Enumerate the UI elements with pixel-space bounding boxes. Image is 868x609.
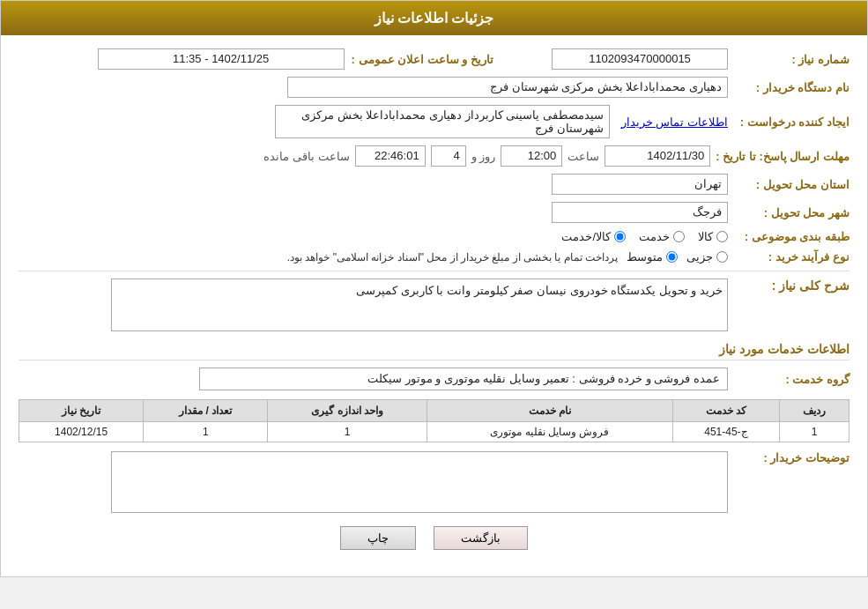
announcement-label: تاریخ و ساعت اعلان عمومی : — [352, 53, 493, 66]
services-section-title: اطلاعات خدمات مورد نیاز — [19, 342, 849, 360]
table-header-row: ردیف کد خدمت نام خدمت واحد اندازه گیری ت… — [19, 400, 849, 422]
deadline-label: مهلت ارسال پاسخ: تا تاریخ : — [716, 150, 849, 163]
org-name-label: نام دستگاه خریدار : — [735, 81, 849, 94]
buttons-row: بازگشت چاپ — [19, 513, 849, 563]
content-area: شماره نیاز : 1102093470000015 تاریخ و سا… — [1, 35, 867, 576]
description-row: شرح کلی نیاز : خرید و تحویل یکدستگاه خود… — [19, 279, 849, 331]
col-code: کد خدمت — [672, 400, 780, 422]
main-container: جزئیات اطلاعات نیاز شماره نیاز : 1102093… — [0, 0, 868, 577]
cell-unit: 1 — [268, 422, 427, 442]
description-value: خرید و تحویل یکدستگاه خودروی نیسان صفر ک… — [111, 279, 728, 331]
service-group-value: عمده فروشی و خرده فروشی : تعمیر وسایل نق… — [199, 368, 728, 390]
category-label: طبقه بندی موضوعی : — [735, 230, 849, 243]
contact-info-link[interactable]: اطلاعات تماس خریدار — [621, 115, 728, 129]
creator-label: ایجاد کننده درخواست : — [735, 115, 849, 129]
deadline-date: 1402/11/30 — [605, 145, 710, 167]
print-button[interactable]: چاپ — [340, 526, 416, 550]
deadline-days-label: روز و — [471, 150, 496, 163]
province-value: تهران — [552, 174, 728, 195]
creator-row: ایجاد کننده درخواست : اطلاعات تماس خریدا… — [19, 105, 849, 138]
purchase-note: پرداخت تمام یا بخشی از مبلغ خریدار از مح… — [287, 251, 618, 264]
cell-date: 1402/12/15 — [19, 422, 144, 442]
need-number-row: شماره نیاز : 1102093470000015 تاریخ و سا… — [19, 48, 849, 70]
description-label: شرح کلی نیاز : — [735, 279, 849, 293]
deadline-remaining: 22:46:01 — [355, 145, 426, 167]
creator-value: سیدمصطفی یاسینی کاربرداز دهیاری محمداباد… — [275, 105, 610, 138]
category-service-radio[interactable] — [673, 231, 685, 242]
purchase-type-label: نوع فرآیند خرید : — [735, 250, 849, 264]
separator-1 — [19, 271, 849, 271]
deadline-row: مهلت ارسال پاسخ: تا تاریخ : 1402/11/30 س… — [19, 145, 849, 167]
buyer-notes-label: توضیحات خریدار : — [735, 451, 849, 464]
back-button[interactable]: بازگشت — [434, 526, 528, 550]
col-name: نام خدمت — [427, 400, 673, 422]
category-goods-label: کالا — [698, 230, 713, 243]
col-row-num: ردیف — [780, 400, 849, 422]
province-row: استان محل تحویل : تهران — [19, 174, 849, 195]
purchase-type-options: جزیی متوسط پرداخت تمام یا بخشی از مبلغ خ… — [287, 250, 728, 264]
need-number-label: شماره نیاز : — [735, 53, 849, 66]
table-row: 1ج-45-451فروش وسایل نقلیه موتوری111402/1… — [19, 422, 849, 442]
org-name-row: نام دستگاه خریدار : دهیاری محمداباداعلا … — [19, 77, 849, 98]
service-group-label: گروه خدمت : — [735, 373, 849, 386]
cell-quantity: 1 — [144, 422, 268, 442]
category-goods-service-label: کالا/خدمت — [561, 230, 611, 243]
deadline-time-label: ساعت — [568, 150, 599, 163]
purchase-medium-label: متوسط — [627, 250, 663, 264]
col-unit: واحد اندازه گیری — [268, 400, 427, 422]
category-service-option[interactable]: خدمت — [639, 230, 685, 243]
city-row: شهر محل تحویل : فرجگ — [19, 202, 849, 223]
province-label: استان محل تحویل : — [735, 178, 849, 191]
buyer-notes-box — [111, 451, 728, 513]
city-label: شهر محل تحویل : — [735, 206, 849, 219]
cell-row: 1 — [780, 422, 849, 442]
page-title: جزئیات اطلاعات نیاز — [375, 11, 494, 26]
org-name-value: دهیاری محمداباداعلا بخش مرکزی شهرستان فر… — [287, 77, 728, 98]
purchase-partial-option[interactable]: جزیی — [686, 250, 728, 264]
service-group-row: گروه خدمت : عمده فروشی و خرده فروشی : تع… — [19, 368, 849, 390]
purchase-type-row: نوع فرآیند خرید : جزیی متوسط پرداخت تمام… — [19, 250, 849, 264]
purchase-medium-radio[interactable] — [666, 251, 678, 263]
cell-code: ج-45-451 — [672, 422, 780, 442]
need-number-value: 1102093470000015 — [552, 48, 728, 70]
category-service-label: خدمت — [639, 230, 670, 243]
buyer-notes-row: توضیحات خریدار : — [19, 451, 849, 513]
col-date: تاریخ نیاز — [19, 400, 144, 422]
col-quantity: تعداد / مقدار — [144, 400, 268, 422]
services-table: ردیف کد خدمت نام خدمت واحد اندازه گیری ت… — [19, 399, 849, 442]
category-goods-radio[interactable] — [716, 231, 728, 242]
category-row: طبقه بندی موضوعی : کالا خدمت کالا/خدمت — [19, 230, 849, 243]
page-header: جزئیات اطلاعات نیاز — [1, 1, 867, 35]
purchase-partial-radio[interactable] — [716, 251, 728, 263]
category-goods-service-radio[interactable] — [614, 231, 626, 242]
category-goods-service-option[interactable]: کالا/خدمت — [561, 230, 626, 243]
purchase-medium-option[interactable]: متوسط — [627, 250, 678, 264]
cell-name: فروش وسایل نقلیه موتوری — [427, 422, 673, 442]
purchase-partial-label: جزیی — [686, 250, 713, 264]
deadline-time: 12:00 — [501, 145, 562, 167]
city-value: فرجگ — [552, 202, 728, 223]
category-goods-option[interactable]: کالا — [698, 230, 728, 243]
category-radio-group: کالا خدمت کالا/خدمت — [561, 230, 728, 243]
announcement-value: 1402/11/25 - 11:35 — [98, 48, 345, 70]
deadline-days: 4 — [431, 145, 466, 167]
deadline-remaining-label: ساعت باقی مانده — [263, 150, 349, 163]
